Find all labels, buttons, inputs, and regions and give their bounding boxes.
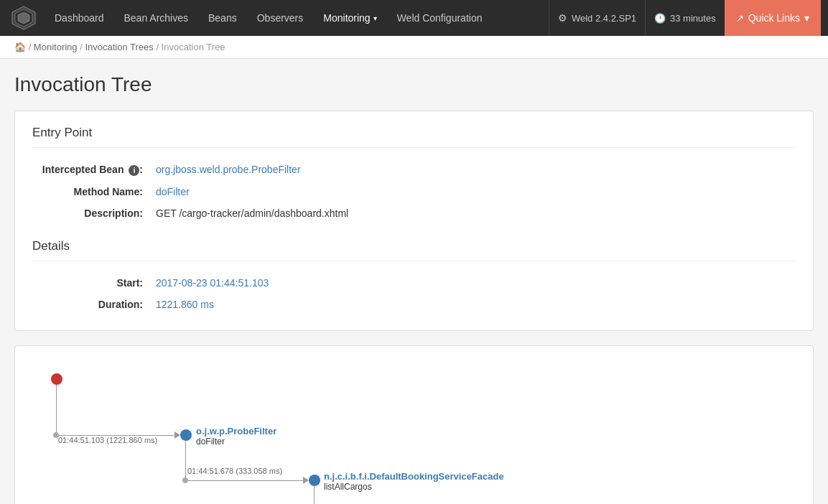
nav-observers[interactable]: Observers: [247, 0, 314, 36]
breadcrumb-sep3: /: [156, 42, 161, 52]
navbar: Dashboard Bean Archives Beans Observers …: [0, 0, 828, 36]
info-icon[interactable]: i: [129, 165, 139, 176]
nav-bean-archives[interactable]: Bean Archives: [114, 0, 199, 36]
node-dot-1: [180, 429, 192, 441]
nav-dashboard[interactable]: Dashboard: [45, 0, 114, 36]
description-value: GET /cargo-tracker/admin/dashboard.xhtml: [150, 203, 794, 223]
method-name-label: Method Name:: [34, 182, 149, 202]
duration-label: Duration:: [34, 294, 149, 314]
start-label: Start:: [34, 273, 149, 293]
breadcrumb-invocation-trees[interactable]: Invocation Trees: [85, 42, 153, 52]
method-name-value: doFilter: [150, 182, 794, 202]
page-title: Invocation Tree: [14, 73, 814, 96]
nav-menu: Dashboard Bean Archives Beans Observers …: [45, 0, 549, 36]
tree-container: 01:44:51.103 (1221.860 ms) o.j.w.p.Probe…: [37, 360, 791, 504]
node-time-1: 01:44:51.678 (333.058 ms): [187, 467, 282, 475]
nav-beans[interactable]: Beans: [198, 0, 247, 36]
brand-logo[interactable]: [7, 1, 40, 34]
tree-diagram-card: 01:44:51.103 (1221.860 ms) o.j.w.p.Probe…: [14, 345, 814, 504]
node-time-0: 01:44:51.103 (1221.860 ms): [58, 436, 157, 444]
nav-weld-config[interactable]: Weld Configuration: [387, 0, 493, 36]
node-label-1: o.j.w.p.ProbeFilter doFilter: [196, 426, 276, 447]
duration-value: 1221.860 ms: [150, 294, 794, 314]
breadcrumb-sep1: /: [29, 42, 34, 52]
node-label-2: n.j.c.i.b.f.i.DefaultBookingServiceFacad…: [324, 471, 504, 492]
description-label: Description:: [34, 203, 149, 223]
monitoring-caret: ▾: [373, 14, 377, 22]
start-value: 2017-08-23 01:44:51.103: [150, 273, 794, 293]
intercepted-bean-label: Intercepted Bean i:: [34, 159, 149, 180]
time-meta: 🕐 33 minutes: [645, 0, 725, 36]
junction-dot-2: [182, 477, 188, 483]
details-table: Start: 2017-08-23 01:44:51.103 Duration:…: [32, 271, 796, 316]
nav-monitoring[interactable]: Monitoring ▾: [313, 0, 386, 36]
junction-dot-1: [53, 432, 59, 438]
page-content: Invocation Tree Entry Point Intercepted …: [0, 59, 828, 504]
entry-point-card: Entry Point Intercepted Bean i: org.jbos…: [14, 111, 814, 331]
weld-version: ⚙ Weld 2.4.2.SP1: [549, 0, 645, 36]
entry-point-table: Intercepted Bean i: org.jboss.weld.probe…: [32, 158, 796, 225]
node-dot-2: [309, 475, 320, 486]
breadcrumb: 🏠 / Monitoring / Invocation Trees / Invo…: [0, 36, 828, 59]
intercepted-bean-value: org.jboss.weld.probe.ProbeFilter: [150, 159, 794, 180]
clock-icon: 🕐: [654, 13, 666, 24]
gear-icon: ⚙: [558, 12, 567, 24]
start-dot: [51, 373, 62, 385]
line-v3: [314, 486, 315, 504]
entry-point-title: Entry Point: [32, 126, 796, 148]
intercepted-bean-row: Intercepted Bean i: org.jboss.weld.probe…: [34, 159, 794, 180]
method-name-row: Method Name: doFilter: [34, 182, 794, 202]
line-v1: [56, 385, 57, 435]
breadcrumb-monitoring[interactable]: Monitoring: [34, 42, 78, 52]
quick-links-button[interactable]: ↗ Quick Links ▾: [725, 0, 821, 36]
external-link-icon: ↗: [736, 13, 744, 24]
arrow-2: [303, 477, 309, 484]
quicklinks-caret: ▾: [804, 12, 809, 24]
nav-right: ⚙ Weld 2.4.2.SP1 🕐 33 minutes ↗ Quick Li…: [549, 0, 821, 36]
details-title: Details: [32, 239, 796, 261]
description-row: Description: GET /cargo-tracker/admin/da…: [34, 203, 794, 223]
line-h2: [185, 480, 307, 481]
start-row: Start: 2017-08-23 01:44:51.103: [34, 273, 794, 293]
breadcrumb-current: Invocation Tree: [162, 42, 225, 52]
line-v2: [185, 441, 186, 480]
duration-row: Duration: 1221.860 ms: [34, 294, 794, 314]
arrow-1: [175, 431, 180, 439]
breadcrumb-home[interactable]: 🏠: [14, 42, 26, 52]
